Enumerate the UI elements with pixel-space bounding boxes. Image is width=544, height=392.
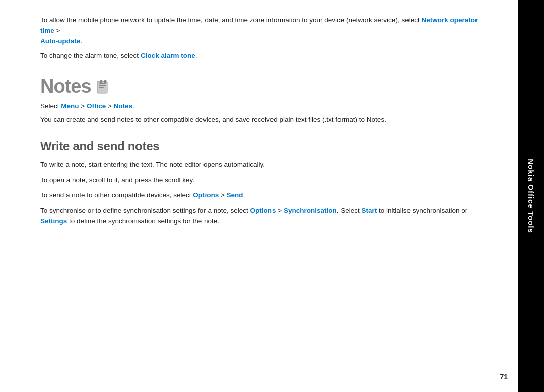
breadcrumb-period: . [132, 102, 134, 110]
synchronisation-link[interactable]: Synchronisation [284, 207, 337, 214]
para4-sep1: > [276, 207, 283, 214]
notes-heading: Notes [40, 75, 91, 97]
write-send-heading: Write and send notes [40, 139, 488, 153]
send-link[interactable]: Send [227, 191, 243, 199]
sidebar: Nokia Office Tools [518, 0, 544, 392]
alarm-text: To change the alarm tone, select [40, 52, 141, 59]
write-para-3: To send a note to other compatible devic… [40, 190, 488, 201]
svg-rect-1 [99, 83, 106, 84]
office-link[interactable]: Office [87, 102, 106, 110]
period1: . [80, 37, 82, 45]
main-content: To allow the mobile phone network to upd… [0, 0, 518, 392]
breadcrumb-sep1: > [79, 102, 87, 110]
para3-sep: > [219, 191, 226, 199]
notes-description: You can create and send notes to other c… [40, 115, 488, 125]
breadcrumb-line: Select Menu > Office > Notes. [40, 102, 488, 110]
page-number: 71 [500, 373, 508, 381]
breadcrumb-prefix: Select [40, 102, 61, 110]
menu-link[interactable]: Menu [61, 102, 79, 110]
svg-rect-2 [99, 85, 106, 86]
sidebar-label: Nokia Office Tools [527, 159, 535, 233]
write-para-4: To synchronise or to define synchronisat… [40, 206, 488, 227]
settings-link[interactable]: Settings [40, 217, 67, 225]
breadcrumb-sep2: > [106, 102, 113, 110]
intro-paragraph-1: To allow the mobile phone network to upd… [40, 15, 488, 47]
para4-prefix: To synchronise or to define synchronisat… [40, 207, 250, 214]
notes-icon [96, 80, 110, 94]
para3-prefix: To send a note to other compatible devic… [40, 191, 193, 199]
alarm-period: . [195, 52, 197, 59]
write-para-1: To write a note, start entering the text… [40, 160, 488, 170]
para4-end: to define the synchronisation settings f… [67, 217, 219, 225]
svg-rect-4 [100, 80, 102, 83]
para4-mid: . Select [337, 207, 362, 214]
intro-text-1: To allow the mobile phone network to upd… [40, 16, 421, 24]
sep1: > [54, 27, 60, 34]
options-link-1[interactable]: Options [193, 191, 219, 199]
start-link[interactable]: Start [361, 207, 377, 214]
para3-period: . [243, 191, 245, 199]
notes-link[interactable]: Notes [114, 102, 133, 110]
write-para-2: To open a note, scroll to it, and press … [40, 175, 488, 186]
alarm-paragraph: To change the alarm tone, select Clock a… [40, 51, 488, 61]
options-link-2[interactable]: Options [250, 207, 276, 214]
page-container: To allow the mobile phone network to upd… [0, 0, 544, 392]
notes-section-header: Notes [40, 75, 488, 97]
svg-rect-5 [104, 80, 106, 83]
auto-update-link[interactable]: Auto-update [40, 37, 80, 45]
para4-mid2: to initialise synchronisation or [377, 207, 467, 214]
clock-alarm-tone-link[interactable]: Clock alarm tone [141, 52, 195, 59]
svg-rect-3 [99, 87, 104, 88]
